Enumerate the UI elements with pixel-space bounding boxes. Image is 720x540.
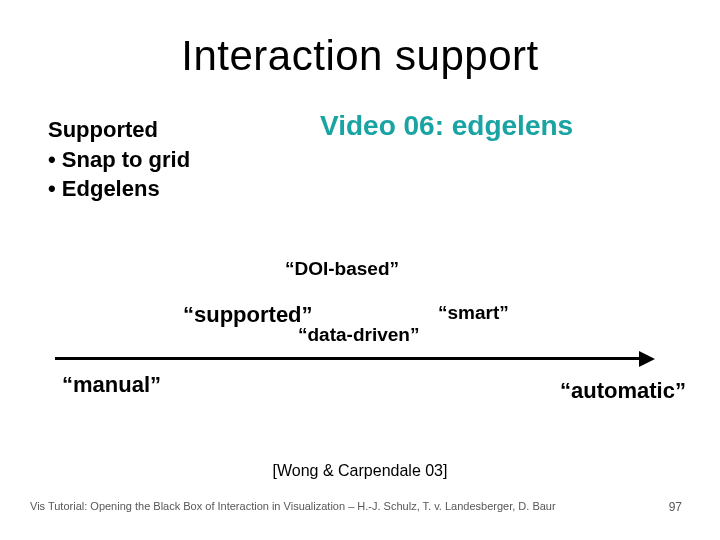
scale-end-manual: “manual” (62, 372, 161, 398)
list-item: Edgelens (48, 174, 190, 204)
video-label: Video 06: edgelens (320, 110, 573, 142)
supported-heading: Supported (48, 115, 190, 145)
scale-label-smart: “smart” (438, 302, 509, 324)
arrow-line (55, 357, 641, 360)
footer-text: Vis Tutorial: Opening the Black Box of I… (30, 500, 556, 512)
citation: [Wong & Carpendale 03] (0, 462, 720, 480)
scale-end-automatic: “automatic” (560, 378, 686, 404)
slide-title: Interaction support (0, 32, 720, 80)
axis-arrow (55, 352, 655, 366)
supported-list: Snap to grid Edgelens (48, 145, 190, 204)
slide: Interaction support Supported Snap to gr… (0, 0, 720, 540)
arrow-head-icon (639, 351, 655, 367)
scale-label-supported: “supported” (183, 302, 313, 328)
page-number: 97 (669, 500, 682, 514)
supported-block: Supported Snap to grid Edgelens (48, 115, 190, 204)
list-item: Snap to grid (48, 145, 190, 175)
scale-label-doi: “DOI-based” (285, 258, 399, 280)
scale-label-data-driven: “data-driven” (298, 324, 419, 346)
